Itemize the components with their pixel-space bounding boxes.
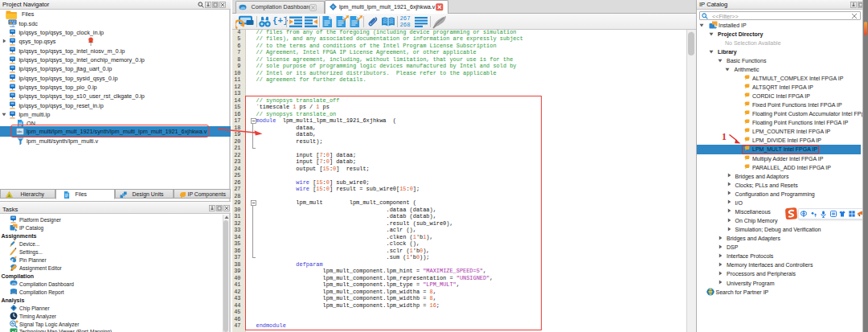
svg-text:sdc: sdc [10, 24, 16, 27]
